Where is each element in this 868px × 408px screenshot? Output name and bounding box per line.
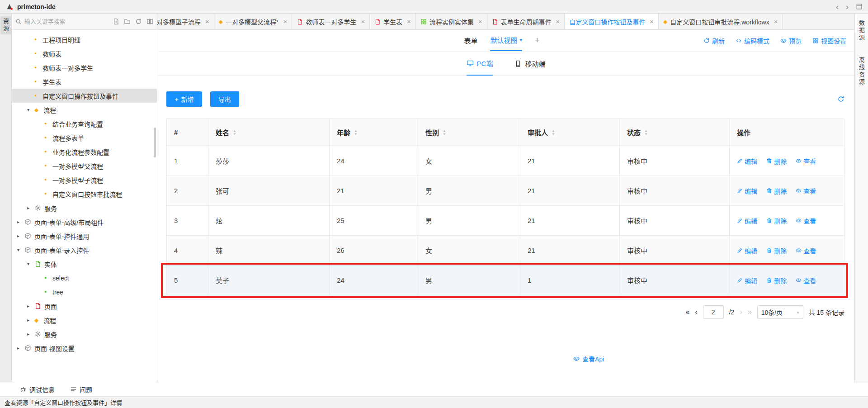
view-api-link[interactable]: 查看Api [573,354,604,363]
chevron-right-icon[interactable]: ▸ [27,332,34,337]
delete-link[interactable]: 删除 [766,246,787,255]
chevron-right-icon[interactable]: ▸ [17,233,24,238]
edit-link[interactable]: 编辑 [737,246,757,255]
chevron-down-icon[interactable]: ▾ [27,107,34,112]
delete-link[interactable]: 删除 [766,276,787,285]
tree-item-selected[interactable]: ●自定义窗口操作按钮及事件 [12,89,157,103]
panel-tab-resources[interactable]: 资源 [0,16,11,34]
tree-item[interactable]: ▸服务 [12,327,157,341]
tree-item[interactable]: ▾实体 [12,257,157,271]
tree-item[interactable]: ●教师表 [12,47,157,61]
delete-link[interactable]: 删除 [766,186,787,195]
tab-pc[interactable]: PC端 [467,52,493,76]
nav-back-icon[interactable]: ‹ [836,3,839,11]
problems-tab[interactable]: 问题 [70,385,92,394]
tree-item[interactable]: ●流程多表单 [12,131,157,145]
tree-item[interactable]: ●一对多模型子流程 [12,173,157,187]
tab-item[interactable]: 教师表一对多学生× [292,14,370,29]
preview-button[interactable]: 预览 [780,36,802,45]
default-view-tab[interactable]: 默认视图 ▾ [490,30,522,51]
close-icon[interactable]: × [478,18,482,25]
export-button[interactable]: 导出 [210,91,239,107]
tree-item[interactable]: ▸页面 [12,299,157,313]
tree-item[interactable]: ●结合业务查询配置 [12,117,157,131]
tab-item[interactable]: ◆自定义窗口按钮审批流程.workflowx× [659,14,783,29]
view-link[interactable]: 查看 [796,157,816,166]
code-mode-button[interactable]: 编码模式 [736,36,769,45]
chevron-right-icon[interactable]: ▸ [17,219,24,224]
tab-mobile[interactable]: 移动端 [514,52,545,76]
chevron-right-icon[interactable]: ▸ [17,346,24,351]
table-refresh-icon[interactable] [837,95,844,103]
tree-item[interactable]: ▾◆流程 [12,103,157,117]
debug-info-tab[interactable]: 调试信息 [20,385,55,394]
close-icon[interactable]: × [407,18,411,25]
sort-icon[interactable]: ▲▼ [233,129,236,136]
tree-item[interactable]: ●自定义窗口按钮审批流程 [12,187,157,201]
import-resource-icon[interactable] [113,18,119,25]
view-link[interactable]: 查看 [796,246,816,255]
prev-page-button[interactable]: ‹ [695,308,697,316]
chevron-down-icon[interactable]: ▾ [27,261,34,266]
chevron-down-icon[interactable]: ▾ [17,247,24,252]
page-size-select[interactable]: 10条/页 ▾ [757,305,803,319]
view-link[interactable]: 查看 [796,276,816,285]
sort-icon[interactable]: ▲▼ [354,129,358,136]
tree-item[interactable]: ▸服务 [12,201,157,215]
next-page-button[interactable]: › [740,308,742,316]
layout-window-icon[interactable] [856,3,863,10]
close-icon[interactable]: × [361,18,365,25]
tab-item[interactable]: ◆一对多模型父流程*× [214,14,292,29]
tree-item[interactable]: ●业务化流程参数配置 [12,145,157,159]
tree-item[interactable]: ▸页面-视图设置 [12,341,157,355]
tab-item[interactable]: 流程实例实体集× [416,14,487,29]
search-input[interactable] [24,18,79,25]
tree-item[interactable]: ●一对多模型父流程 [12,159,157,173]
sidebar-scrollbar[interactable] [154,128,156,157]
close-icon[interactable]: × [650,18,654,25]
tree-item[interactable]: ▸◆流程 [12,313,157,327]
view-link[interactable]: 查看 [796,186,816,195]
panel-tab-datasource[interactable]: 数据源 [856,18,867,43]
tree-item[interactable]: ▸页面-表单-控件通用 [12,229,157,243]
view-settings-button[interactable]: 视图设置 [812,36,846,45]
tree-item[interactable]: ●工程项目明细 [12,33,157,47]
add-button[interactable]: +新增 [166,91,202,107]
chevron-right-icon[interactable]: ▸ [27,304,34,308]
view-link[interactable]: 查看 [796,216,816,225]
edit-link[interactable]: 编辑 [737,276,757,285]
page-number-input[interactable] [703,305,724,319]
last-page-button[interactable]: » [748,308,752,316]
nav-forward-icon[interactable]: › [846,3,849,11]
refresh-button[interactable]: 刷新 [703,36,725,45]
sort-icon[interactable]: ▲▼ [644,129,648,136]
tree-item[interactable]: ●学生表 [12,75,157,89]
collapse-panel-icon[interactable] [146,18,153,25]
tab-item[interactable]: 对多模型子流程× [157,14,214,29]
tree-item[interactable]: ▾页面-表单-录入控件 [12,243,157,257]
first-page-button[interactable]: « [685,308,689,316]
close-icon[interactable]: × [774,18,778,25]
add-view-button[interactable]: + [535,30,540,51]
refresh-icon[interactable] [135,18,142,25]
folder-icon[interactable] [124,18,131,25]
tab-item[interactable]: 表单生命周期事件× [487,14,565,29]
panel-tab-offline-resources[interactable]: 离线资源 [856,55,867,88]
tab-item[interactable]: 学生表× [370,14,416,29]
close-icon[interactable]: × [283,18,287,25]
delete-link[interactable]: 删除 [766,157,787,166]
edit-link[interactable]: 编辑 [737,186,757,195]
tree-item[interactable]: ●tree [12,285,157,299]
tab-item-active[interactable]: 自定义窗口操作按钮及事件× [565,14,659,29]
delete-link[interactable]: 删除 [766,216,787,225]
chevron-right-icon[interactable]: ▸ [27,318,34,323]
sort-icon[interactable]: ▲▼ [443,129,446,136]
tree-item[interactable]: ▸页面-表单-高级/布局组件 [12,215,157,229]
close-icon[interactable]: × [205,18,209,25]
close-icon[interactable]: × [556,18,560,25]
search-box[interactable] [15,18,113,25]
edit-link[interactable]: 编辑 [737,157,757,166]
tree-item[interactable]: ●教师表一对多学生 [12,61,157,75]
edit-link[interactable]: 编辑 [737,216,757,225]
tree-item[interactable]: ●select [12,271,157,285]
